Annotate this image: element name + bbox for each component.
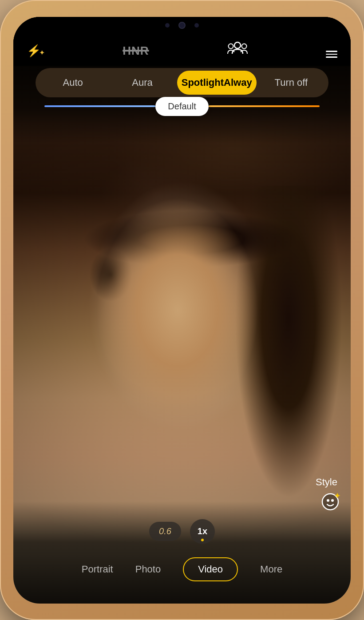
zoom-dot-indicator bbox=[201, 539, 204, 541]
slider-thumb[interactable]: Default bbox=[155, 97, 208, 116]
svg-point-4 bbox=[327, 499, 329, 502]
style-icon[interactable] bbox=[320, 492, 341, 517]
notch-sensor-2 bbox=[194, 23, 199, 28]
mode-turn-off[interactable]: Turn off bbox=[257, 71, 326, 95]
mode-spotlight[interactable]: SpotlightAlway bbox=[177, 71, 257, 95]
zoom-06-button[interactable]: 0.6 bbox=[149, 522, 181, 541]
shoot-mode-more[interactable]: More bbox=[260, 564, 282, 575]
hnr-icon[interactable]: HNR bbox=[123, 44, 149, 58]
shoot-mode-video[interactable]: Video bbox=[183, 557, 238, 581]
menu-line-1 bbox=[326, 51, 337, 52]
style-label: Style bbox=[316, 476, 337, 488]
phone-screen: ⚡ ✦ HNR bbox=[13, 17, 351, 604]
zoom-1x-button[interactable]: 1x bbox=[190, 519, 215, 544]
bottom-controls: 0.6 1x Portrait Photo Video More bbox=[13, 501, 351, 604]
settings-bar: Auto Aura SpotlightAlway Turn off Defaul… bbox=[13, 59, 351, 143]
menu-line-3 bbox=[326, 56, 337, 58]
shoot-mode-portrait[interactable]: Portrait bbox=[82, 564, 113, 575]
notch bbox=[138, 17, 226, 34]
slider-warm-side bbox=[209, 105, 320, 107]
svg-point-3 bbox=[322, 494, 338, 510]
portrait-mode-icon[interactable] bbox=[227, 40, 248, 58]
shoot-mode-photo[interactable]: Photo bbox=[135, 564, 161, 575]
shoot-modes-bar: Portrait Photo Video More bbox=[13, 557, 351, 581]
slider-track: Default bbox=[44, 105, 320, 108]
svg-point-2 bbox=[241, 44, 246, 48]
mode-aura[interactable]: Aura bbox=[107, 71, 177, 95]
hamburger-menu-icon[interactable] bbox=[326, 51, 337, 58]
notch-camera bbox=[178, 22, 186, 29]
svg-point-6 bbox=[336, 494, 339, 497]
mode-auto[interactable]: Auto bbox=[38, 71, 107, 95]
svg-point-0 bbox=[234, 42, 241, 48]
slider-cool-side bbox=[44, 105, 155, 107]
flash-sun-icon: ✦ bbox=[39, 48, 45, 57]
svg-point-5 bbox=[331, 499, 334, 502]
warmth-slider[interactable]: Default bbox=[44, 105, 320, 108]
flash-icon-group[interactable]: ⚡ ✦ bbox=[27, 44, 45, 58]
notch-sensor bbox=[165, 23, 170, 28]
zoom-controls: 0.6 1x bbox=[13, 519, 351, 544]
svg-point-1 bbox=[228, 44, 233, 48]
phone-frame: ⚡ ✦ HNR bbox=[0, 0, 364, 620]
lighting-mode-selector: Auto Aura SpotlightAlway Turn off bbox=[36, 68, 328, 97]
menu-line-2 bbox=[326, 54, 337, 55]
